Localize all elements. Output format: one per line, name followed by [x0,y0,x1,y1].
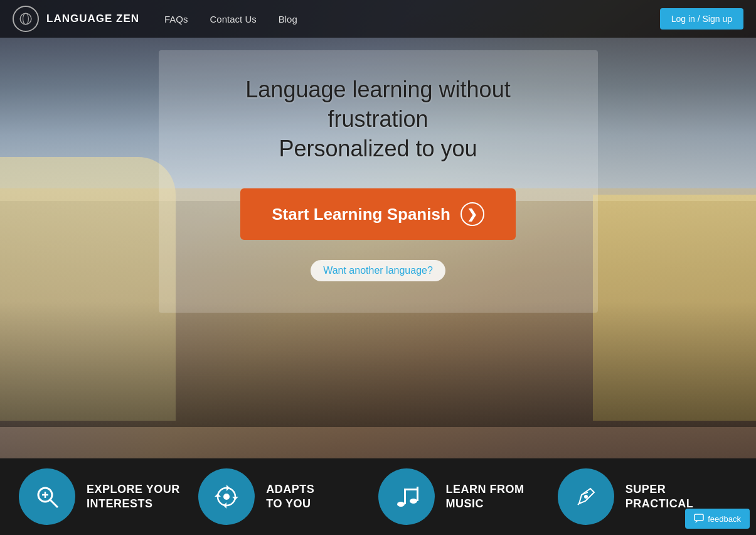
feature-adapts-line1: ADAPTS [266,482,314,497]
headline-line1: Language learning without frustration [245,77,510,132]
nav-faqs[interactable]: FAQs [164,14,188,24]
alt-language-link[interactable]: Want another language? [311,260,445,281]
feedback-icon [694,514,704,524]
feedback-label: feedback [708,514,741,524]
svg-point-0 [20,13,31,24]
feature-music-text: LEARN FROM MUSIC [446,482,524,512]
feature-music-line1: LEARN FROM [446,482,524,497]
svg-point-9 [410,499,417,504]
feature-explore-line2: INTERESTS [87,497,180,511]
refresh-icon [213,484,240,510]
feature-adapts: ADAPTS TO YOU [198,468,378,525]
cta-arrow-icon: ❯ [461,202,484,226]
adapts-icon-circle [198,468,255,525]
feature-music: LEARN FROM MUSIC [378,468,558,525]
feature-adapts-text: ADAPTS TO YOU [266,482,314,512]
feature-music-line2: MUSIC [446,497,524,511]
svg-point-1 [23,13,29,24]
feedback-button[interactable]: feedback [685,509,750,529]
practical-icon [573,484,599,510]
search-plus-icon [34,484,60,510]
feature-practical-line1: SUPER [626,482,694,497]
cta-label: Start Learning Spanish [272,205,450,224]
feature-explore: EXPLORE YOUR INTERESTS [19,468,198,525]
feature-explore-text: EXPLORE YOUR INTERESTS [87,482,180,512]
music-icon [393,484,420,510]
hero-section: Language learning without frustration Pe… [0,0,756,458]
svg-point-8 [397,502,405,507]
nav-contact[interactable]: Contact Us [210,14,257,24]
nav-links: FAQs Contact Us Blog [164,14,660,24]
explore-icon-circle [19,468,75,525]
feature-bar: EXPLORE YOUR INTERESTS ADAPTS TO YOU [0,458,756,535]
start-learning-button[interactable]: Start Learning Spanish ❯ [240,188,516,240]
hero-content-box: Language learning without frustration Pe… [159,50,598,313]
svg-rect-10 [404,489,406,504]
logo-icon [13,6,39,32]
feature-practical-text: SUPER PRACTICAL [626,482,694,512]
svg-rect-15 [695,514,703,521]
feature-adapts-line2: TO YOU [266,497,314,511]
svg-line-3 [50,500,58,507]
nav-blog[interactable]: Blog [279,14,297,24]
brand-name: LANGUAGE ZEN [46,13,139,25]
people-layer [0,301,756,427]
hero-headline: Language learning without frustration Pe… [196,75,560,163]
svg-rect-12 [404,489,418,490]
feature-practical-line2: PRACTICAL [626,497,694,511]
svg-point-14 [584,495,588,499]
practical-icon-circle [558,468,614,525]
svg-point-7 [223,494,230,500]
navbar: LANGUAGE ZEN FAQs Contact Us Blog Log in… [0,0,756,38]
headline-line2: Personalized to you [279,136,477,161]
login-button[interactable]: Log in / Sign up [660,8,743,30]
feature-explore-line1: EXPLORE YOUR [87,482,180,497]
music-icon-circle [378,468,435,525]
